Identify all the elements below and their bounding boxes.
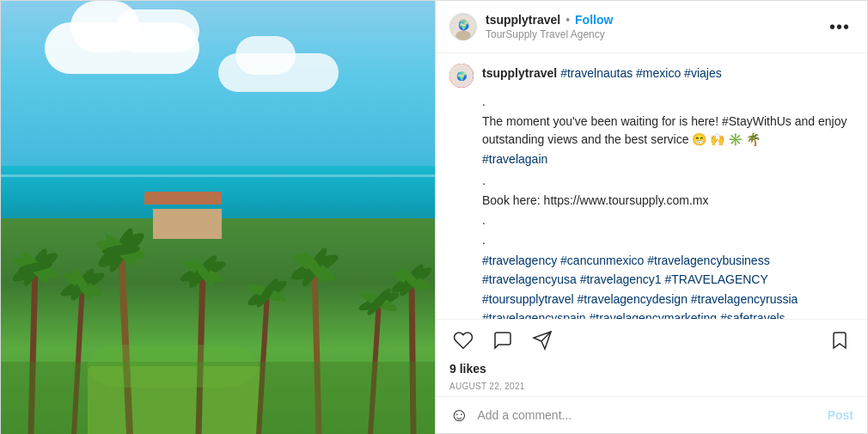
ocean-shimmer [1, 174, 435, 177]
caption-travelagain[interactable]: #travelagain [482, 150, 853, 168]
emoji-button[interactable]: ☺ [449, 404, 468, 426]
action-icons [449, 327, 853, 354]
post-right-panel: 🌍 tsupplytravel • Follow TourSupply Trav… [435, 1, 867, 433]
more-options-button[interactable]: ••• [826, 17, 853, 37]
caption-dot-1: . [482, 93, 853, 111]
caption-hashtags-block-text: #travelagency #cancunmexico #travelagenc… [482, 254, 840, 319]
post-image [1, 1, 435, 434]
save-button[interactable] [826, 327, 853, 354]
caption-avatar[interactable]: 🌍 [449, 64, 474, 88]
header-dot: • [565, 13, 570, 27]
share-icon [532, 330, 553, 351]
post-date: AUGUST 22, 2021 [436, 380, 867, 396]
likes-area: 9 likes [436, 358, 867, 380]
likes-count[interactable]: 9 likes [449, 362, 486, 376]
header-info: tsupplytravel • Follow TourSupply Travel… [486, 13, 826, 40]
post-comment-button[interactable]: Post [828, 408, 853, 422]
caption-hashtags-line1[interactable]: #travelnautas #mexico #viajes [560, 66, 722, 80]
bookmark-icon [829, 330, 850, 351]
like-button[interactable] [449, 327, 477, 354]
caption-dot-2: . [482, 172, 853, 190]
caption-text: tsupplytravel#travelnautas #mexico #viaj… [482, 64, 722, 83]
avatar[interactable]: 🌍 [449, 13, 477, 40]
header-subtext: TourSupply Travel Agency [486, 28, 826, 40]
header-top: tsupplytravel • Follow [486, 13, 826, 27]
building [153, 209, 222, 239]
caption-body1-text: The moment you've been waiting for is he… [482, 114, 847, 146]
caption-dot-3: . [482, 211, 853, 229]
caption-dot-4: . [482, 231, 853, 249]
post-container: 🌍 tsupplytravel • Follow TourSupply Trav… [0, 0, 868, 434]
caption-username[interactable]: tsupplytravel [482, 66, 557, 80]
caption-body1: The moment you've been waiting for is he… [482, 113, 853, 149]
more-icon: ••• [829, 17, 850, 36]
comment-input[interactable] [477, 408, 818, 422]
post-header: 🌍 tsupplytravel • Follow TourSupply Trav… [436, 1, 867, 53]
comment-icon [492, 330, 513, 351]
caption-hashtags-block[interactable]: #travelagency #cancunmexico #travelagenc… [482, 251, 853, 319]
grass-area [88, 366, 261, 434]
caption-area: 🌍 tsupplytravel#travelnautas #mexico #vi… [436, 53, 867, 319]
heart-icon [453, 330, 474, 351]
caption-header: 🌍 tsupplytravel#travelnautas #mexico #vi… [449, 64, 853, 88]
caption-travelagain-tag: #travelagain [482, 152, 547, 166]
svg-text:🌍: 🌍 [456, 70, 468, 82]
cloud-1 [45, 22, 199, 74]
header-username[interactable]: tsupplytravel [486, 13, 560, 27]
actions-bar [436, 319, 867, 358]
building-roof [144, 192, 222, 205]
caption-book-here: Book here: https://www.toursupply.com.mx [482, 192, 853, 210]
follow-button[interactable]: Follow [575, 13, 613, 27]
share-button[interactable] [529, 327, 556, 354]
svg-text:🌍: 🌍 [458, 20, 470, 31]
caption-body: . The moment you've been waiting for is … [482, 93, 853, 319]
comment-area: ☺ Post [436, 396, 867, 433]
cloud-2 [218, 53, 339, 92]
comment-button[interactable] [489, 327, 517, 354]
